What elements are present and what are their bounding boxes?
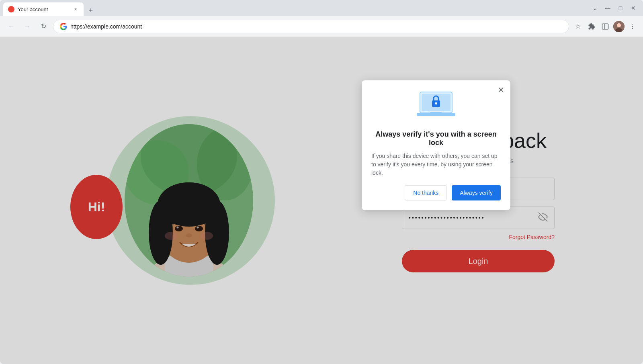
forward-button[interactable]: → (21, 20, 34, 33)
window-controls: ⌄ — □ ✕ (590, 3, 640, 13)
popup-icon-area (416, 90, 456, 124)
tab-favicon (8, 6, 14, 12)
minimize-button[interactable]: — (603, 3, 612, 13)
svg-point-3 (617, 23, 621, 27)
list-button[interactable]: ⌄ (590, 3, 600, 13)
no-thanks-button[interactable]: No thanks (405, 185, 447, 200)
always-verify-button[interactable]: Always verify (452, 185, 501, 200)
reload-button[interactable]: ↻ (37, 20, 50, 33)
popup-buttons: No thanks Always verify (371, 185, 501, 200)
screen-lock-popup: ✕ Always verify it (362, 80, 510, 210)
popup-title: Always verify it's you with a screen loc… (371, 130, 501, 147)
popup-close-button[interactable]: ✕ (496, 85, 506, 95)
maximize-button[interactable]: □ (616, 3, 625, 13)
popup-description: If you share this device with others, yo… (371, 152, 501, 177)
google-logo (60, 23, 67, 30)
url-text: https://example.com/account (70, 23, 142, 30)
tabs-area: Your account × + (3, 0, 588, 16)
new-tab-button[interactable]: + (85, 5, 96, 16)
svg-rect-0 (602, 24, 608, 29)
tab-title: Your account (18, 6, 69, 12)
browser-window: Your account × + ⌄ — □ ✕ ← → ↻ https://e… (0, 0, 643, 364)
extensions-icon[interactable] (586, 21, 597, 32)
profile-avatar[interactable] (613, 21, 625, 32)
close-window-button[interactable]: ✕ (629, 3, 638, 13)
tab-close-button[interactable]: × (72, 6, 79, 12)
laptop-lock-icon (416, 90, 456, 122)
svg-rect-28 (430, 112, 442, 114)
bookmark-icon[interactable]: ☆ (572, 21, 584, 32)
svg-rect-31 (436, 104, 436, 105)
address-bar: ← → ↻ https://example.com/account ☆ (0, 16, 643, 37)
address-bar-actions: ☆ ⋮ (572, 21, 638, 32)
menu-icon[interactable]: ⋮ (627, 21, 638, 32)
sidebar-icon[interactable] (600, 21, 611, 32)
page-content: Hi! (0, 37, 643, 364)
url-bar[interactable]: https://example.com/account (53, 20, 569, 33)
title-bar: Your account × + ⌄ — □ ✕ (0, 0, 643, 16)
back-button[interactable]: ← (5, 20, 18, 33)
popup-backdrop (0, 37, 643, 364)
active-tab[interactable]: Your account × (3, 2, 84, 16)
